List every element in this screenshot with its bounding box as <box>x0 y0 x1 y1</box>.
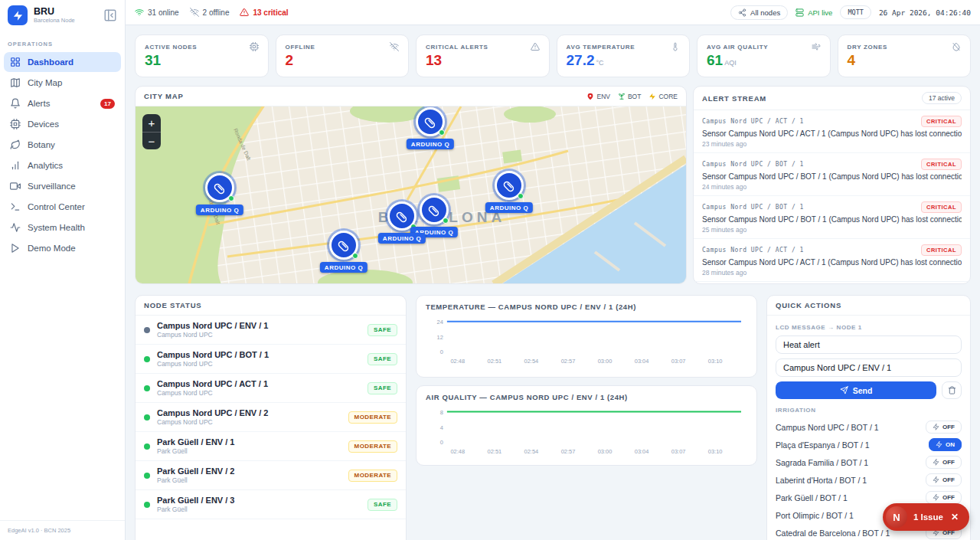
pin-icon <box>586 93 594 100</box>
node-name: Park Güell / ENV / 2 <box>157 466 341 476</box>
sidebar-item-demo-mode[interactable]: Demo Mode <box>4 238 121 258</box>
irrigation-toggle[interactable]: OFF <box>926 421 962 434</box>
mqtt-label: MQTT <box>848 8 863 16</box>
zoom-out-button[interactable]: − <box>142 132 161 149</box>
sidebar-item-devices[interactable]: Devices <box>4 114 121 134</box>
sidebar: BRU Barcelona Node OPERATIONS DashboardC… <box>0 0 126 540</box>
alert-time: 28 minutes ago <box>702 269 962 277</box>
app-title: BRU <box>34 7 97 18</box>
marker-status-dot <box>228 195 234 201</box>
map-marker[interactable] <box>329 231 358 260</box>
issue-count-label: 1 Issue <box>913 512 943 522</box>
alert-item: Campus Nord UPC / BOT / 1CRITICAL <box>694 282 970 284</box>
pill-icon <box>338 239 351 252</box>
node-status-dot <box>144 502 150 508</box>
node-location: Park Güell <box>157 476 341 484</box>
legend-item-bot: BOT <box>618 93 641 100</box>
dev-issues-indicator[interactable]: N 1 Issue ✕ <box>883 503 969 531</box>
sidebar-item-alerts[interactable]: Alerts17 <box>4 93 121 113</box>
node-status-dot <box>144 327 150 333</box>
irrigation-toggle[interactable]: OFF <box>926 491 962 504</box>
zoom-in-button[interactable]: + <box>142 114 161 132</box>
map-marker[interactable] <box>205 173 234 202</box>
irrigation-row: Sagrada Familia / BOT / 1OFF <box>776 453 962 471</box>
thermometer-icon <box>671 42 680 51</box>
online-status: 31 online <box>135 8 179 17</box>
stat-label: AVG AIR QUALITY <box>707 44 768 51</box>
irrigation-toggle[interactable]: OFF <box>926 473 962 486</box>
alert-message: Sensor Campus Nord UPC / ACT / 1 (Campus… <box>702 258 962 267</box>
stat-value: 61AQI <box>707 53 821 67</box>
sidebar-collapse-icon[interactable] <box>103 8 117 22</box>
marker-label[interactable]: ARDUINO Q <box>320 262 368 273</box>
lcd-message-input[interactable] <box>776 335 962 354</box>
node-status-dot <box>144 443 150 450</box>
sidebar-item-label: Dashboard <box>28 57 115 67</box>
sidebar-nav: DashboardCity MapAlerts17DevicesBotanyAn… <box>0 52 125 259</box>
sidebar-item-label: Alerts <box>28 99 93 108</box>
sidebar-item-dashboard[interactable]: Dashboard <box>4 52 121 72</box>
stat-value: 13 <box>426 53 540 67</box>
sidebar-item-label: Control Center <box>28 202 115 211</box>
cpu-icon <box>10 119 21 129</box>
marker-label[interactable]: ARDUINO Q <box>378 233 426 244</box>
zap-o-icon <box>933 424 939 430</box>
map-marker[interactable] <box>495 171 524 200</box>
send-button[interactable]: Send <box>776 381 936 399</box>
node-location: Park Güell <box>157 506 361 513</box>
toggle-state-label: OFF <box>942 494 955 501</box>
alert-time: 25 minutes ago <box>702 226 962 234</box>
irrigation-toggle[interactable]: OFF <box>926 456 962 469</box>
node-row: Campus Nord UPC / ACT / 1Campus Nord UPC… <box>136 374 406 403</box>
chart-icon <box>10 160 21 171</box>
map-marker[interactable] <box>420 195 449 224</box>
irrigation-zone-name: Catedral de Barcelona / BOT / 1 <box>776 529 890 538</box>
pill-icon <box>396 210 409 223</box>
alert-item: Campus Nord UPC / BOT / 1CRITICALSensor … <box>694 196 970 239</box>
sidebar-item-city-map[interactable]: City Map <box>4 73 121 93</box>
all-nodes-selector[interactable]: All nodes <box>730 5 788 20</box>
node-status-badge: SAFE <box>368 499 397 511</box>
stat-card-avg-air-quality: AVG AIR QUALITY61AQI <box>697 34 831 77</box>
alert-message: Sensor Campus Nord UPC / ACT / 1 (Campus… <box>702 129 962 138</box>
city-map[interactable]: BARCELONA Ronda de Dalt Ronda de Dalt + … <box>136 106 686 284</box>
svg-text:8: 8 <box>440 409 443 416</box>
node-status-badge: MODERATE <box>348 470 397 482</box>
irrigation-toggle[interactable]: ON <box>929 438 962 451</box>
sidebar-item-control-center[interactable]: Control Center <box>4 197 121 217</box>
svg-text:02:48: 02:48 <box>450 448 465 455</box>
node-location: Campus Nord UPC <box>157 331 361 339</box>
marker-label[interactable]: ARDUINO Q <box>407 139 454 149</box>
stat-label: OFFLINE <box>286 44 315 51</box>
stat-card-avg-temperature: AVG TEMPERATURE27.2°C <box>557 34 691 77</box>
legend-label: BOT <box>628 93 641 100</box>
node-row: Park Güell / ENV / 2Park GüellMODERATE <box>136 461 406 490</box>
sidebar-item-surveillance[interactable]: Surveillance <box>4 176 121 196</box>
pill-icon <box>214 182 227 195</box>
activity-icon <box>10 222 21 233</box>
sidebar-item-system-health[interactable]: System Health <box>4 218 121 237</box>
clear-button[interactable] <box>942 381 962 399</box>
alert-stream-title: ALERT STREAM <box>702 94 766 103</box>
marker-label[interactable]: ARDUINO Q <box>196 205 243 215</box>
target-node-input[interactable] <box>776 358 962 377</box>
sidebar-item-analytics[interactable]: Analytics <box>4 155 121 175</box>
marker-label[interactable]: ARDUINO Q <box>485 202 533 213</box>
irrigation-label: IRRIGATION <box>776 407 962 414</box>
stat-label: DRY ZONES <box>848 44 888 51</box>
map-legend: ENVBOTCORE <box>586 93 678 100</box>
critical-count: 13 critical <box>253 8 288 17</box>
close-icon[interactable]: ✕ <box>949 512 960 522</box>
stat-card-critical-alerts: CRITICAL ALERTS13 <box>416 34 550 77</box>
node-status-dot <box>144 414 150 421</box>
toggle-state-label: OFF <box>942 476 955 483</box>
stat-label: AVG TEMPERATURE <box>567 44 635 51</box>
map-marker[interactable] <box>416 107 445 136</box>
sidebar-item-label: System Health <box>28 223 115 232</box>
node-name: Park Güell / ENV / 1 <box>157 437 341 447</box>
app-logo <box>8 5 28 25</box>
svg-text:03:10: 03:10 <box>708 358 723 365</box>
sidebar-item-botany[interactable]: Botany <box>4 135 121 155</box>
zap-o-icon <box>936 441 942 448</box>
irrigation-zone-name: Park Güell / BOT / 1 <box>776 493 848 502</box>
